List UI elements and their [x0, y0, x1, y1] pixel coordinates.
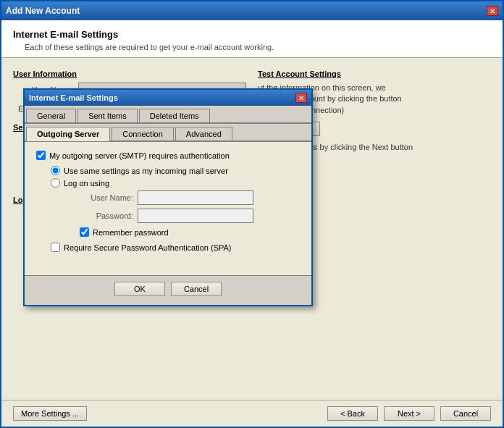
outer-header: Internet E-mail Settings Each of these s… [1, 20, 503, 58]
log-on-using-row: Log on using [51, 178, 300, 188]
spa-checkbox[interactable] [51, 243, 60, 252]
dialog-username-label: User Name: [80, 193, 138, 202]
tabs-row-1: General Sent Items Deleted Items [25, 106, 311, 124]
spa-row: Require Secure Password Authentication (… [36, 243, 300, 252]
dialog-password-input[interactable] [138, 209, 253, 223]
remember-password-label: Remember password [93, 228, 169, 237]
inner-titlebar: Internet E-mail Settings ✕ [25, 90, 311, 106]
tab-deleted-items[interactable]: Deleted Items [139, 109, 210, 122]
use-same-settings-label: Use same settings as my incoming mail se… [64, 167, 228, 175]
outer-footer: More Settings ... < Back Next > Cancel [1, 400, 503, 427]
outer-header-title: Internet E-mail Settings [13, 29, 491, 40]
spa-label: Require Secure Password Authentication (… [64, 243, 232, 252]
dialog-username-row: User Name: [80, 190, 300, 205]
user-info-title: User Information [13, 70, 246, 78]
inner-dialog-footer: OK Cancel [25, 275, 311, 305]
smtp-auth-label: My outgoing server (SMTP) requires authe… [49, 151, 230, 160]
smtp-auth-row: My outgoing server (SMTP) requires authe… [36, 151, 300, 160]
dialog-content: My outgoing server (SMTP) requires authe… [25, 142, 311, 261]
more-settings-button[interactable]: More Settings ... [13, 406, 87, 421]
tab-sent-items[interactable]: Sent Items [77, 109, 138, 122]
outer-close-button[interactable]: ✕ [487, 6, 498, 16]
inner-close-button[interactable]: ✕ [295, 93, 307, 103]
test-account-title: Test Account Settings [258, 70, 491, 78]
use-same-settings-radio[interactable] [51, 166, 60, 175]
cancel-outer-button[interactable]: Cancel [440, 406, 491, 421]
inner-dialog: Internet E-mail Settings ✕ General Sent … [23, 88, 313, 306]
remember-password-row: Remember password [51, 227, 300, 237]
dialog-password-label: Password: [80, 211, 138, 220]
smtp-auth-checkbox[interactable] [36, 151, 46, 160]
indented-fields: User Name: Password: [51, 190, 300, 223]
remember-password-checkbox[interactable] [80, 227, 89, 237]
log-on-using-label: Log on using [64, 179, 109, 188]
tab-outgoing-server[interactable]: Outgoing Server [26, 127, 110, 141]
back-button[interactable]: < Back [327, 406, 378, 421]
tab-general[interactable]: General [26, 109, 76, 122]
ok-button[interactable]: OK [114, 282, 165, 296]
dialog-password-row: Password: [80, 209, 300, 223]
radio-group: Use same settings as my incoming mail se… [36, 166, 300, 237]
outer-header-subtitle: Each of these settings are required to g… [13, 43, 491, 51]
cancel-inner-button[interactable]: Cancel [171, 282, 222, 296]
use-same-settings-row: Use same settings as my incoming mail se… [51, 166, 300, 175]
tab-advanced[interactable]: Advanced [175, 127, 232, 140]
outer-titlebar: Add New Account ✕ [1, 1, 503, 20]
inner-dialog-title: Internet E-mail Settings [29, 93, 295, 102]
outer-window-title: Add New Account [6, 6, 487, 16]
dialog-username-input[interactable] [138, 190, 253, 205]
tab-connection[interactable]: Connection [112, 127, 174, 140]
tabs-row-2: Outgoing Server Connection Advanced [25, 124, 311, 142]
outer-window: Add New Account ✕ Internet E-mail Settin… [0, 0, 504, 428]
log-on-using-radio[interactable] [51, 178, 60, 188]
next-button[interactable]: Next > [384, 406, 434, 421]
